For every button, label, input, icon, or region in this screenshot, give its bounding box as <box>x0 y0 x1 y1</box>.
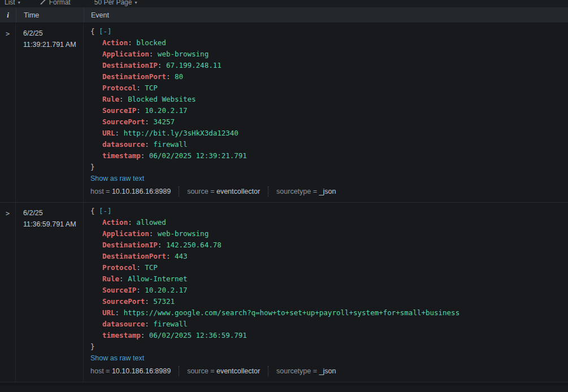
json-key[interactable]: SourcePort <box>102 117 145 126</box>
meta-equals: = <box>104 367 112 375</box>
json-value[interactable]: http://bit.ly/3sHkX3da12340 <box>124 129 239 137</box>
show-raw-text-link[interactable]: Show as raw text <box>90 173 144 184</box>
json-value[interactable]: TCP <box>145 263 158 272</box>
json-value[interactable]: 06/02/2025 12:36:59.791 <box>149 331 247 339</box>
json-value[interactable]: 80 <box>175 72 183 81</box>
collapse-toggle[interactable]: [-] <box>99 207 112 215</box>
event-time-cell: 6/2/25 11:39:21.791 AM <box>16 23 84 202</box>
json-value[interactable]: Allow-Internet <box>128 275 187 283</box>
meta-host: host = 10.10.186.16:8989 <box>90 366 179 376</box>
meta-label: host <box>90 188 104 195</box>
json-value[interactable]: 34257 <box>153 117 175 126</box>
json-value[interactable]: 67.199.248.11 <box>166 61 222 69</box>
json-key[interactable]: timestamp <box>102 331 141 339</box>
expand-chevron-icon[interactable]: > <box>6 30 10 38</box>
meta-host: host = 10.10.186.16:8989 <box>90 186 179 197</box>
json-value[interactable]: firewall <box>153 320 187 328</box>
json-value[interactable]: 10.20.2.17 <box>145 286 187 294</box>
per-page-label: 50 Per Page <box>94 0 132 6</box>
json-key[interactable]: Action <box>102 38 128 47</box>
meta-label: source <box>187 367 209 375</box>
meta-equals: = <box>209 367 216 375</box>
json-key[interactable]: Action <box>102 218 128 227</box>
json-value[interactable]: https://www.google.com/search?q=how+to+s… <box>124 308 460 317</box>
event-time: 11:39:21.791 AM <box>23 39 83 50</box>
time-column-header[interactable]: Time <box>16 7 84 23</box>
kv-separator: : <box>145 140 153 149</box>
meta-equals: = <box>104 188 112 195</box>
meta-value[interactable]: eventcollector <box>216 188 260 195</box>
json-key[interactable]: Protocol <box>102 263 136 272</box>
json-key[interactable]: Rule <box>102 95 119 103</box>
event-time-cell: 6/2/25 11:36:59.791 AM <box>16 203 84 382</box>
json-value[interactable]: 443 <box>175 252 188 260</box>
chevron-down-icon: ▾ <box>135 0 137 5</box>
format-button[interactable]: Format <box>40 0 71 6</box>
json-key[interactable]: SourceIP <box>102 106 136 115</box>
meta-value[interactable]: eventcollector <box>216 367 260 375</box>
json-key[interactable]: Application <box>102 50 149 58</box>
json-value[interactable]: Blocked Websites <box>128 95 196 103</box>
json-field-action: Action: blocked <box>90 37 568 49</box>
json-key[interactable]: DestinationPort <box>102 72 166 81</box>
json-key[interactable]: timestamp <box>102 151 141 160</box>
json-field-timestamp: timestamp: 06/02/2025 12:39:21.791 <box>90 150 568 162</box>
json-value[interactable]: 06/02/2025 12:39:21.791 <box>149 151 247 160</box>
json-value[interactable]: 10.20.2.17 <box>145 106 187 115</box>
json-field-destinationport: DestinationPort: 443 <box>90 251 568 262</box>
json-key[interactable]: datasource <box>102 320 145 328</box>
show-raw-text-link[interactable]: Show as raw text <box>90 352 144 364</box>
meta-value[interactable]: _json <box>319 188 336 195</box>
json-key[interactable]: datasource <box>102 140 145 149</box>
event-expand-cell: > <box>0 23 16 202</box>
expand-chevron-icon[interactable]: > <box>6 210 10 217</box>
json-key[interactable]: SourceIP <box>102 286 136 294</box>
meta-value[interactable]: _json <box>319 367 336 375</box>
json-field-destinationport: DestinationPort: 80 <box>90 71 568 82</box>
json-value[interactable]: firewall <box>153 140 187 149</box>
event-column-header: Event <box>84 7 568 23</box>
event-selected-fields: host = 10.10.186.16:8989source = eventco… <box>90 186 568 197</box>
json-field-url: URL: http://bit.ly/3sHkX3da12340 <box>90 128 568 139</box>
json-field-application: Application: web-browsing <box>90 228 568 239</box>
json-field-sourceip: SourceIP: 10.20.2.17 <box>90 105 568 116</box>
list-view-dropdown[interactable]: List ▾ <box>5 0 20 6</box>
json-value[interactable]: web-browsing <box>158 50 209 58</box>
json-key[interactable]: Application <box>102 229 149 238</box>
json-value[interactable]: TCP <box>145 84 158 92</box>
json-close-line: } <box>90 341 568 352</box>
json-key[interactable]: DestinationIP <box>102 241 158 249</box>
meta-sourcetype: sourcetype = _json <box>268 186 344 197</box>
meta-source: source = eventcollector <box>179 186 268 197</box>
json-key[interactable]: URL <box>102 129 115 137</box>
json-value[interactable]: blocked <box>136 38 166 47</box>
results-format-toolbar: List ▾ Format 50 Per Page ▾ <box>0 0 568 7</box>
meta-source: source = eventcollector <box>179 366 268 376</box>
collapse-toggle[interactable]: [-] <box>99 27 112 36</box>
json-field-rule: Rule: Blocked Websites <box>90 94 568 105</box>
event-time: 11:36:59.791 AM <box>23 219 83 230</box>
json-field-datasource: datasource: firewall <box>90 319 568 330</box>
json-key[interactable]: Rule <box>102 275 119 283</box>
json-field-protocol: Protocol: TCP <box>90 262 568 273</box>
json-field-protocol: Protocol: TCP <box>90 82 568 94</box>
json-key[interactable]: URL <box>102 308 115 317</box>
info-column-header: i <box>0 7 16 23</box>
kv-separator: : <box>136 286 145 294</box>
kv-separator: : <box>145 297 153 306</box>
json-key[interactable]: DestinationPort <box>102 252 166 260</box>
json-value[interactable]: allowed <box>136 218 166 227</box>
json-key[interactable]: DestinationIP <box>102 61 158 69</box>
json-value[interactable]: web-browsing <box>158 229 209 238</box>
json-value[interactable]: 57321 <box>153 297 175 306</box>
meta-label: sourcetype <box>276 367 311 375</box>
kv-separator: : <box>166 252 175 260</box>
meta-label: host <box>90 367 104 375</box>
json-key[interactable]: Protocol <box>102 84 136 92</box>
meta-value[interactable]: 10.10.186.16:8989 <box>112 188 171 195</box>
meta-value[interactable]: 10.10.186.16:8989 <box>112 367 171 375</box>
per-page-dropdown[interactable]: 50 Per Page ▾ <box>94 0 137 6</box>
json-value[interactable]: 142.250.64.78 <box>166 241 222 249</box>
event-json: { [-] Action: allowedApplication: web-br… <box>90 206 568 352</box>
json-key[interactable]: SourcePort <box>102 297 145 306</box>
